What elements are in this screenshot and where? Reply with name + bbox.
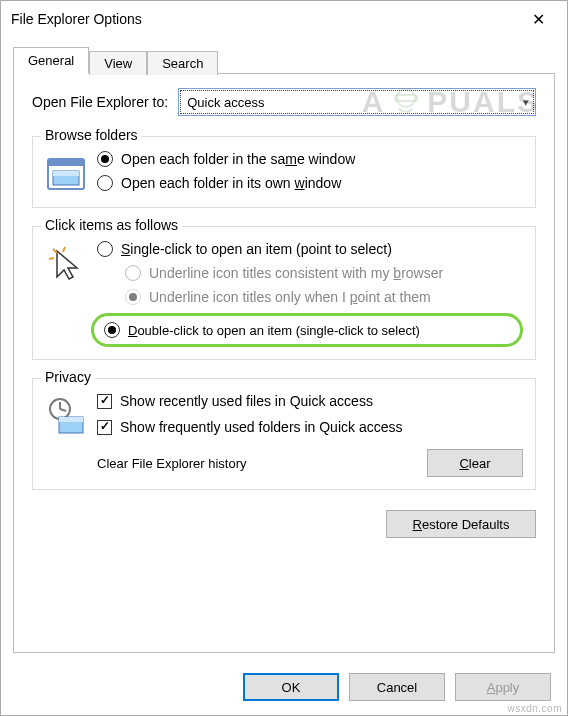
radio-double-click[interactable]: Double-click to open an item (single-cli…: [91, 313, 523, 347]
checkbox-frequent-label: Show frequently used folders in Quick ac…: [120, 419, 402, 435]
group-click-items: Click items as follows Single-cl: [32, 226, 536, 360]
radio-single-click[interactable]: Single-click to open an item (point to s…: [97, 241, 523, 257]
radio-icon: [97, 175, 113, 191]
source-footnote: wsxdn.com: [507, 703, 562, 714]
history-icon: [45, 395, 87, 437]
chevron-down-icon: ▾: [523, 96, 529, 109]
folder-window-icon: [45, 153, 87, 195]
radio-icon: [97, 151, 113, 167]
svg-line-8: [49, 258, 54, 259]
svg-rect-3: [48, 159, 84, 166]
svg-rect-13: [59, 417, 83, 422]
tab-strip: General View Search: [13, 43, 555, 73]
radio-underline-point-label: Underline icon titles only when I point …: [149, 289, 431, 305]
tab-view[interactable]: View: [89, 51, 147, 75]
tab-panel-general: Open File Explorer to: Quick access ▾ Br…: [13, 73, 555, 653]
apply-button[interactable]: Apply: [455, 673, 551, 701]
open-explorer-row: Open File Explorer to: Quick access ▾: [32, 88, 536, 116]
group-privacy: Privacy Show recently used files in Quic…: [32, 378, 536, 490]
dialog-window: File Explorer Options ✕ A PUALS General …: [0, 0, 568, 716]
titlebar: File Explorer Options ✕: [1, 1, 567, 37]
group-privacy-legend: Privacy: [41, 369, 95, 385]
radio-icon: [125, 265, 141, 281]
tab-view-label: View: [104, 56, 132, 71]
checkbox-frequent-folders[interactable]: Show frequently used folders in Quick ac…: [97, 419, 523, 435]
tab-search[interactable]: Search: [147, 51, 218, 75]
open-explorer-value: Quick access: [187, 95, 264, 110]
radio-same-label: Open each folder in the same window: [121, 151, 355, 167]
tab-search-label: Search: [162, 56, 203, 71]
cancel-label: Cancel: [377, 680, 417, 695]
group-browse-folders: Browse folders Open each folder in the s…: [32, 136, 536, 208]
checkbox-icon: [97, 394, 112, 409]
radio-icon: [104, 322, 120, 338]
group-browse-legend: Browse folders: [41, 127, 142, 143]
radio-own-label: Open each folder in its own window: [121, 175, 341, 191]
content-area: A PUALS General View Search Open File Ex…: [1, 37, 567, 661]
group-click-legend: Click items as follows: [41, 217, 182, 233]
radio-underline-point: Underline icon titles only when I point …: [125, 289, 523, 305]
ok-button[interactable]: OK: [243, 673, 339, 701]
radio-underline-browser-label: Underline icon titles consistent with my…: [149, 265, 443, 281]
radio-same-window[interactable]: Open each folder in the same window: [97, 151, 523, 167]
ok-label: OK: [282, 680, 301, 695]
radio-double-label: Double-click to open an item (single-cli…: [128, 323, 420, 338]
checkbox-recent-files[interactable]: Show recently used files in Quick access: [97, 393, 523, 409]
svg-line-7: [63, 247, 65, 252]
clear-button[interactable]: Clear: [427, 449, 523, 477]
tab-general[interactable]: General: [13, 47, 89, 74]
close-button[interactable]: ✕: [515, 4, 561, 34]
svg-rect-5: [53, 171, 79, 176]
radio-single-label: Single-click to open an item (point to s…: [121, 241, 392, 257]
open-explorer-dropdown[interactable]: Quick access ▾: [178, 88, 536, 116]
window-title: File Explorer Options: [11, 11, 515, 27]
radio-icon: [125, 289, 141, 305]
cursor-click-icon: [45, 243, 87, 285]
checkbox-recent-label: Show recently used files in Quick access: [120, 393, 373, 409]
dialog-footer: OK Cancel Apply: [1, 661, 567, 715]
open-explorer-label: Open File Explorer to:: [32, 94, 168, 110]
clear-history-label: Clear File Explorer history: [97, 456, 411, 471]
radio-own-window[interactable]: Open each folder in its own window: [97, 175, 523, 191]
cancel-button[interactable]: Cancel: [349, 673, 445, 701]
restore-defaults-button[interactable]: Restore Defaults: [386, 510, 536, 538]
radio-underline-browser: Underline icon titles consistent with my…: [125, 265, 523, 281]
radio-icon: [97, 241, 113, 257]
tab-general-label: General: [28, 53, 74, 68]
checkbox-icon: [97, 420, 112, 435]
